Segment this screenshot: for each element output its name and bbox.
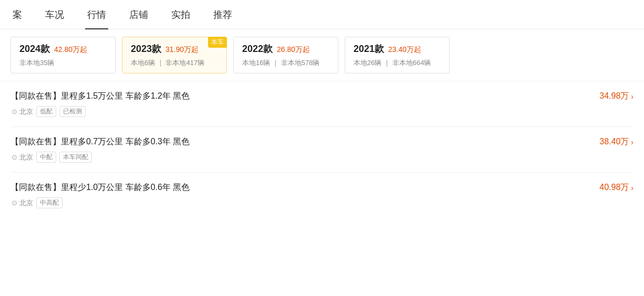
listing-item-1[interactable]: 【同款在售】里程多0.7万公里 车龄多0.3年 黑色38.40万›⊙北京中配本车… <box>11 127 633 173</box>
location-text: 北京 <box>19 198 33 208</box>
listing-item-0[interactable]: 【同款在售】里程多1.5万公里 车龄多1.2年 黑色34.98万›⊙北京低配已检… <box>11 81 633 127</box>
year-card-bottom: 本地16辆 ｜ 非本地578辆 <box>242 58 329 68</box>
listing-price-text: 34.98万 <box>599 91 629 102</box>
listing-tags: ⊙北京中高配 <box>11 197 633 208</box>
listing-price-text: 40.98万 <box>599 182 629 193</box>
location-text: 北京 <box>19 107 33 117</box>
year-price: 42.80万起 <box>54 45 87 55</box>
listing-top: 【同款在售】里程多1.5万公里 车龄多1.2年 黑色34.98万› <box>11 91 633 102</box>
year-label: 2022款 <box>242 43 273 55</box>
nav-item-案[interactable]: 案 <box>11 0 24 29</box>
listing-price: 38.40万› <box>599 136 633 147</box>
location-pin-icon: ⊙ <box>11 154 18 161</box>
year-card-1[interactable]: 本车2023款31.90万起本地6辆 ｜ 非本地417辆 <box>122 37 227 73</box>
nav-item-行情[interactable]: 行情 <box>85 0 108 29</box>
listing-price: 34.98万› <box>599 91 633 102</box>
listing-title: 【同款在售】里程多1.5万公里 车龄多1.2年 黑色 <box>11 91 190 102</box>
year-card-top: 2023款31.90万起 <box>131 43 218 55</box>
year-card-3[interactable]: 2021款23.40万起本地26辆 ｜ 非本地664辆 <box>345 37 450 73</box>
year-card-0[interactable]: 2024款42.80万起非本地35辆 <box>11 37 116 73</box>
year-card-bottom: 本地26辆 ｜ 非本地664辆 <box>354 58 441 68</box>
year-price: 26.80万起 <box>277 45 310 55</box>
chevron-right-icon: › <box>631 138 633 146</box>
listing-location: ⊙北京 <box>11 153 33 162</box>
listing-location: ⊙北京 <box>11 198 33 208</box>
listing-top: 【同款在售】里程多0.7万公里 车龄多0.3年 黑色38.40万› <box>11 136 633 147</box>
listing-section: 【同款在售】里程多1.5万公里 车龄多1.2年 黑色34.98万›⊙北京低配已检… <box>0 81 644 218</box>
listing-tag: 中配 <box>36 152 56 163</box>
listing-location: ⊙北京 <box>11 107 33 117</box>
nav-item-店铺[interactable]: 店铺 <box>127 0 150 29</box>
year-cards-row: 2024款42.80万起非本地35辆本车2023款31.90万起本地6辆 ｜ 非… <box>0 29 644 81</box>
location-text: 北京 <box>19 153 33 162</box>
chevron-right-icon: › <box>631 92 633 101</box>
year-card-badge: 本车 <box>208 37 227 48</box>
nav-bar: 案车况行情店铺实拍推荐 <box>0 0 644 29</box>
year-card-top: 2022款26.80万起 <box>242 43 329 55</box>
location-pin-icon: ⊙ <box>11 199 18 207</box>
listing-tag: 本车同配 <box>59 152 92 163</box>
year-card-top: 2024款42.80万起 <box>19 43 107 55</box>
listing-tags: ⊙北京低配已检测 <box>11 106 633 117</box>
listing-title: 【同款在售】里程少1.0万公里 车龄多0.6年 黑色 <box>11 182 190 193</box>
listing-item-2[interactable]: 【同款在售】里程少1.0万公里 车龄多0.6年 黑色40.98万›⊙北京中高配 <box>11 173 633 218</box>
listing-tag: 中高配 <box>36 197 63 208</box>
listing-price-text: 38.40万 <box>599 136 629 147</box>
year-price: 23.40万起 <box>388 45 421 55</box>
chevron-right-icon: › <box>631 184 633 192</box>
listing-tag: 低配 <box>36 106 56 117</box>
year-card-top: 2021款23.40万起 <box>354 43 441 55</box>
year-label: 2023款 <box>131 43 161 55</box>
nav-item-推荐[interactable]: 推荐 <box>211 0 234 29</box>
year-label: 2024款 <box>19 43 50 55</box>
listing-top: 【同款在售】里程少1.0万公里 车龄多0.6年 黑色40.98万› <box>11 182 633 193</box>
year-card-bottom: 非本地35辆 <box>19 58 107 68</box>
listing-title: 【同款在售】里程多0.7万公里 车龄多0.3年 黑色 <box>11 136 190 147</box>
year-card-2[interactable]: 2022款26.80万起本地16辆 ｜ 非本地578辆 <box>233 37 338 73</box>
listing-price: 40.98万› <box>599 182 633 193</box>
year-price: 31.90万起 <box>165 45 199 55</box>
year-label: 2021款 <box>354 43 384 55</box>
year-card-bottom: 本地6辆 ｜ 非本地417辆 <box>131 58 218 68</box>
nav-item-车况[interactable]: 车况 <box>43 0 66 29</box>
location-pin-icon: ⊙ <box>11 108 18 115</box>
listing-tag: 已检测 <box>59 106 86 117</box>
listing-tags: ⊙北京中配本车同配 <box>11 152 633 163</box>
nav-item-实拍[interactable]: 实拍 <box>169 0 192 29</box>
